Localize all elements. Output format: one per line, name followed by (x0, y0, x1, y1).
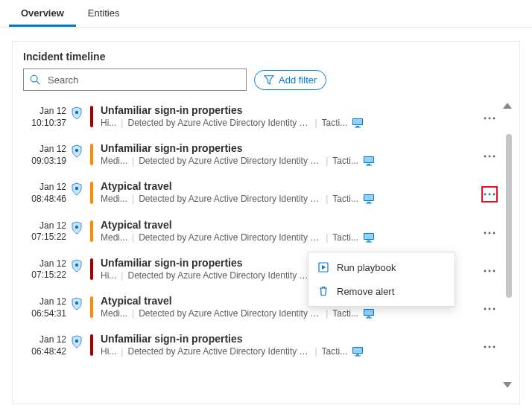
add-filter-button[interactable]: Add filter (254, 70, 326, 90)
timeline-row[interactable]: Jan 12 08:48:46 Atypical travel Medi... … (23, 174, 498, 212)
row-type-icon (66, 180, 87, 196)
row-content: Atypical travel Medi... | Detected by Az… (101, 219, 481, 243)
row-subtitle: Medi... | Detected by Azure Active Direc… (101, 194, 481, 204)
row-timestamp: Jan 12 07:15:22 (23, 257, 66, 281)
svg-point-40 (489, 270, 491, 272)
monitor-icon (363, 232, 375, 243)
severity-bar (90, 144, 93, 165)
row-title: Unfamiliar sign-in properties (101, 333, 481, 345)
timeline-row[interactable]: Jan 12 09:03:19 Unfamiliar sign-in prope… (23, 136, 498, 174)
svg-point-15 (484, 156, 487, 158)
row-subtitle: Medi... | Detected by Azure Active Direc… (101, 308, 481, 319)
row-content: Unfamiliar sign-in properties Hi... | De… (101, 333, 481, 357)
row-detected-by: Detected by Azure Active Directory Ident… (127, 118, 310, 128)
svg-point-41 (493, 270, 495, 272)
row-detected-by: Detected by Azure Active Directory Ident… (127, 270, 310, 281)
row-detected-by: Detected by Azure Active Directory Ident… (139, 308, 321, 319)
more-icon (484, 307, 495, 310)
svg-point-9 (493, 118, 495, 120)
tab-entities[interactable]: Entities (76, 0, 132, 27)
row-type-icon (66, 142, 87, 158)
more-icon (484, 193, 495, 196)
row-severity-label: Hi... (101, 270, 116, 281)
more-icon (484, 117, 495, 120)
more-icon (484, 270, 495, 272)
row-tactics: Tacti... (332, 156, 358, 166)
more-button[interactable] (481, 301, 498, 317)
svg-point-32 (489, 232, 491, 234)
row-time: 09:03:19 (23, 156, 66, 168)
svg-rect-53 (356, 354, 359, 356)
svg-point-23 (484, 194, 487, 196)
row-date: Jan 12 (23, 334, 66, 346)
svg-rect-28 (364, 234, 373, 239)
scrollbar-thumb[interactable] (506, 134, 512, 298)
row-content: Unfamiliar sign-in properties Medi... | … (101, 142, 481, 166)
row-actions (481, 180, 498, 203)
more-button[interactable] (481, 186, 498, 203)
svg-point-55 (484, 346, 487, 348)
row-severity-label: Medi... (101, 194, 127, 204)
row-subtitle: Hi... | Detected by Azure Active Directo… (101, 346, 481, 357)
search-box[interactable] (23, 68, 247, 91)
svg-rect-52 (353, 348, 362, 353)
divider: | (326, 194, 328, 204)
more-button[interactable] (481, 263, 498, 279)
timeline-row[interactable]: Jan 12 07:15:22 Atypical travel Medi... … (23, 213, 498, 251)
row-tactics: Tacti... (332, 232, 358, 243)
more-icon (484, 155, 495, 158)
severity-bar (90, 334, 93, 356)
svg-point-31 (484, 232, 487, 234)
svg-point-7 (484, 118, 487, 120)
row-actions (481, 333, 498, 355)
add-filter-label: Add filter (279, 74, 317, 86)
row-date: Jan 12 (23, 220, 66, 232)
svg-point-17 (493, 156, 495, 158)
search-input[interactable] (46, 74, 240, 86)
more-button[interactable] (481, 339, 498, 355)
row-content: Atypical travel Medi... | Detected by Az… (101, 180, 481, 204)
more-button[interactable] (481, 148, 498, 165)
divider: | (326, 156, 328, 166)
monitor-icon (363, 308, 375, 319)
row-time: 07:15:22 (23, 232, 66, 243)
scroll-down-arrow[interactable] (503, 382, 512, 388)
tab-overview[interactable]: Overview (9, 0, 76, 27)
timeline-row[interactable]: Jan 12 06:48:42 Unfamiliar sign-in prope… (23, 327, 498, 365)
row-detected-by: Detected by Azure Active Directory Ident… (127, 346, 310, 357)
timeline-list: Jan 12 10:10:37 Unfamiliar sign-in prope… (13, 98, 519, 392)
row-type-icon (66, 257, 87, 272)
row-time: 07:15:22 (23, 270, 66, 281)
menu-remove-alert[interactable]: Remove alert (308, 279, 455, 303)
svg-rect-5 (356, 126, 359, 127)
svg-rect-4 (353, 119, 362, 124)
svg-point-34 (75, 264, 78, 267)
row-timestamp: Jan 12 09:03:19 (23, 142, 66, 167)
row-severity-label: Hi... (101, 118, 116, 128)
timeline-row[interactable]: Jan 12 10:10:37 Unfamiliar sign-in prope… (23, 98, 498, 136)
svg-rect-22 (366, 203, 372, 204)
shield-icon (71, 182, 83, 196)
panel-title: Incident timeline (13, 42, 519, 68)
divider: | (132, 156, 134, 166)
divider: | (326, 308, 328, 319)
row-timestamp: Jan 12 06:48:42 (23, 333, 66, 357)
shield-icon (71, 335, 83, 348)
monitor-icon (363, 156, 375, 166)
row-date: Jan 12 (23, 144, 66, 156)
severity-bar (90, 220, 93, 242)
more-button[interactable] (481, 110, 498, 127)
divider: | (121, 346, 123, 357)
row-severity-label: Medi... (101, 232, 127, 243)
menu-run-playbook[interactable]: Run playbook (308, 255, 455, 279)
svg-rect-29 (367, 240, 370, 242)
row-time: 06:48:42 (23, 346, 66, 358)
row-date: Jan 12 (23, 106, 66, 118)
more-button[interactable] (481, 225, 498, 241)
severity-bar (90, 296, 93, 318)
divider: | (326, 232, 328, 243)
svg-point-25 (493, 194, 495, 196)
svg-point-47 (484, 308, 487, 310)
scroll-up-arrow[interactable] (503, 103, 512, 109)
row-title: Atypical travel (101, 180, 481, 192)
